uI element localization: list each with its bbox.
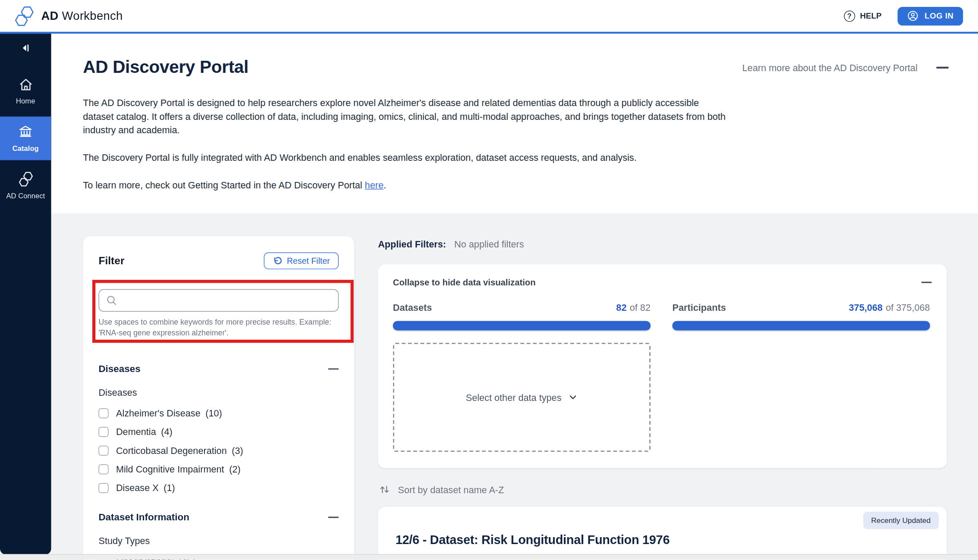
main-area: AD Discovery Portal Learn more about the… [51,34,978,560]
filter-option-dementia[interactable]: Dementia (4) [98,426,339,437]
brand-bold: AD [41,9,58,22]
participants-progress-bar [673,321,930,331]
sort-arrows-icon [379,484,390,495]
checkbox[interactable] [98,483,108,493]
datasets-progress-bar [393,321,651,331]
sidebar-item-ad-connect[interactable]: AD Connect [0,164,51,207]
collapse-minus-icon[interactable] [328,368,339,370]
results-column: Applied Filters: No applied filters Coll… [378,236,947,560]
datasets-total: of 82 [630,302,651,313]
option-count: (1) [164,482,175,493]
collapse-minus-icon[interactable] [328,516,339,518]
sidebar-item-label: AD Connect [6,191,45,201]
datasets-label: Datasets [393,302,432,313]
intro-section: AD Discovery Portal Learn more about the… [51,34,978,213]
checkbox[interactable] [98,408,108,418]
checkbox[interactable] [98,464,108,474]
filter-group-label: Study Types [98,535,339,546]
sidebar-item-catalog[interactable]: Catalog [0,116,51,160]
search-input[interactable] [98,289,339,312]
collapse-minus-icon[interactable] [921,282,932,283]
option-count: (3) [232,445,243,456]
sidebar-item-home[interactable]: Home [0,70,51,113]
viz-collapse-label: Collapse to hide data visualization [393,277,536,287]
ad-connect-icon [18,172,33,187]
checkbox[interactable] [98,427,108,437]
participants-total: of 375,068 [886,302,930,313]
undo-icon [273,256,282,266]
search-block: Use spaces to combine keywords for more … [98,289,339,338]
select-other-data-types-dropdown[interactable]: Select other data types [393,343,651,452]
sort-label: Sort by dataset name A-Z [398,484,504,495]
collapse-minus-icon[interactable] [936,67,949,69]
app-header: AD Workbench ? HELP LOG IN [0,0,978,34]
filter-option-disease-x[interactable]: Disease X (1) [98,482,339,493]
user-icon [907,10,919,22]
sidebar-item-label: Catalog [13,144,39,153]
option-label: Corticobasal Degeneration [116,445,227,456]
help-label: HELP [860,11,881,21]
applied-filters-label: Applied Filters: [378,239,446,250]
select-other-label: Select other data types [466,392,562,403]
chevron-down-icon [568,393,578,402]
filter-group-label: Diseases [98,387,339,398]
participants-value: 375,068 [849,302,883,313]
intro-paragraph-2: The Discovery Portal is fully integrated… [83,151,732,165]
filter-section-diseases: Diseases Diseases Alzheimer's Disease (1… [98,363,339,493]
recently-updated-badge: Recently Updated [863,512,939,529]
filter-section-dataset-information: Dataset Information Study Types Observat… [98,512,339,560]
checkbox[interactable] [98,445,108,455]
catalog-icon [17,124,34,140]
filter-option-alzheimers-disease[interactable]: Alzheimer's Disease (10) [98,408,339,419]
option-label: Disease X [116,482,159,493]
collapse-icon [20,42,31,53]
datasets-value: 82 [616,302,626,313]
here-link[interactable]: here [365,179,384,190]
intro-paragraph-3: To learn more, check out Getting Started… [83,178,732,192]
sidebar: Home Catalog AD Connect [0,34,51,555]
applied-filters-value: No applied filters [454,239,524,250]
dataset-card[interactable]: Recently Updated 12/6 - Dataset: Risk Lo… [378,507,947,560]
reset-filter-button[interactable]: Reset Filter [264,253,339,269]
option-label: Alzheimer's Disease [116,408,201,419]
home-icon [18,77,33,92]
horizontal-scrollbar[interactable] [0,554,978,560]
search-help-text: Use spaces to combine keywords for more … [98,317,346,338]
participants-metric: Participants 375,068of 375,068 [673,302,930,330]
filter-section-title: Diseases [98,363,140,375]
learn-more-toggle[interactable]: Learn more about the AD Discovery Portal [742,63,949,73]
help-icon: ? [844,10,855,22]
reset-filter-label: Reset Filter [287,256,330,266]
ad-workbench-app: AD Workbench ? HELP LOG IN [0,0,978,560]
intro-paragraph-3-text: To learn more, check out Getting Started… [83,179,365,190]
brand-name: AD Workbench [41,9,123,23]
option-count: (10) [205,408,222,419]
filter-panel: Filter Reset Filter [83,236,354,560]
filter-option-mild-cognitive-impairment[interactable]: Mild Cognitive Impairment (2) [98,464,339,475]
learn-more-label: Learn more about the AD Discovery Portal [742,63,918,73]
sort-control[interactable]: Sort by dataset name A-Z [379,484,947,495]
help-button[interactable]: ? HELP [844,10,882,22]
ad-workbench-logo [14,5,35,27]
filter-title: Filter [98,255,124,267]
sidebar-collapse-button[interactable] [20,42,31,53]
option-label: Mild Cognitive Impairment [116,464,224,475]
filter-section-title: Dataset Information [98,512,189,523]
datasets-metric: Datasets 82of 82 [393,302,651,330]
option-count: (2) [229,464,241,475]
login-button[interactable]: LOG IN [898,6,963,25]
search-icon [105,294,118,307]
sidebar-item-label: Home [16,97,35,106]
header-actions: ? HELP LOG IN [844,6,963,25]
brand: AD Workbench [14,5,123,27]
dataset-title[interactable]: 12/6 - Dataset: Risk Longitudinal Functi… [396,533,930,547]
intro-paragraph-3-period: . [384,179,386,190]
brand-rest: Workbench [62,9,123,22]
option-count: (4) [161,426,173,437]
intro-paragraph-1: The AD Discovery Portal is designed to h… [83,96,732,137]
option-label: Dementia [116,426,156,437]
filter-option-corticobasal-degeneration[interactable]: Corticobasal Degeneration (3) [98,445,339,456]
participants-label: Participants [673,302,726,313]
content-section: Filter Reset Filter [51,213,978,560]
login-label: LOG IN [925,11,953,21]
